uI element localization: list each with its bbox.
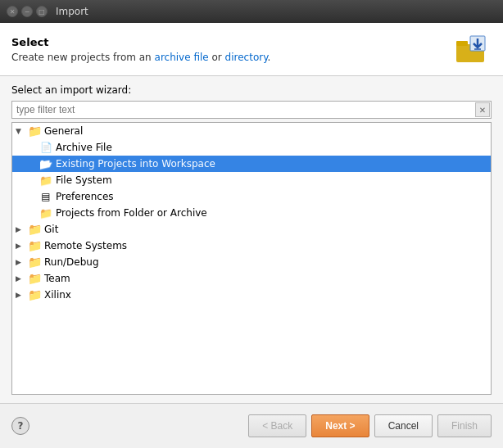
help-button[interactable]: ?	[11, 417, 29, 435]
tree-item-label: Team	[44, 273, 70, 284]
tree-item-label: Existing Projects into Workspace	[56, 158, 215, 170]
footer-right: < Back Next > Cancel Finish	[248, 414, 492, 437]
expand-arrow-icon: ▶	[16, 225, 27, 233]
tree-item-label: Preferences	[56, 191, 114, 202]
category-icon: 📁	[27, 223, 42, 236]
filter-input[interactable]	[12, 102, 474, 118]
tree-item-label: General	[44, 125, 83, 137]
tree-item[interactable]: ▼📁General	[12, 123, 491, 139]
tree-container: ▼📁General📄Archive File📂Existing Projects…	[11, 122, 492, 395]
dialog-header: Select Create new projects from an archi…	[0, 23, 503, 76]
titlebar-buttons[interactable]: ✕ − □	[7, 6, 48, 17]
expand-arrow-icon: ▶	[16, 291, 27, 299]
tree-item[interactable]: 📁Projects from Folder or Archive	[12, 205, 491, 221]
window-title: Import	[56, 6, 88, 17]
minimize-button[interactable]: −	[21, 6, 33, 17]
header-desc-prefix: Create new projects from an	[11, 52, 155, 63]
header-text: Select Create new projects from an archi…	[11, 36, 270, 63]
tree-item[interactable]: ▶📁Run/Debug	[12, 254, 491, 270]
expand-arrow-icon: ▼	[16, 127, 27, 135]
tree-item-label: Run/Debug	[44, 256, 99, 268]
cancel-button[interactable]: Cancel	[374, 414, 433, 437]
folder-icon: 📁	[39, 206, 53, 219]
header-title: Select	[11, 36, 270, 48]
header-icon-area	[452, 33, 492, 66]
folder-icon: 📁	[39, 174, 53, 187]
titlebar: ✕ − □ Import	[0, 0, 503, 23]
category-icon: 📁	[27, 272, 42, 285]
tree-item-label: Xilinx	[44, 289, 71, 301]
filter-row: ✕	[11, 101, 492, 119]
expand-arrow-icon: ▶	[16, 258, 27, 266]
back-button[interactable]: < Back	[248, 414, 306, 437]
tree: ▼📁General📄Archive File📂Existing Projects…	[12, 123, 491, 394]
tree-item[interactable]: ▶📁Remote Systems	[12, 238, 491, 254]
dialog-footer: ? < Back Next > Cancel Finish	[0, 403, 503, 448]
directory-link[interactable]: directory	[225, 52, 268, 63]
import-icon	[455, 34, 488, 64]
next-button[interactable]: Next >	[311, 414, 369, 437]
svg-rect-1	[456, 41, 468, 46]
category-icon: 📁	[27, 256, 42, 269]
tree-item[interactable]: 📂Existing Projects into Workspace	[12, 156, 491, 172]
tree-item[interactable]: ▶📁Xilinx	[12, 287, 491, 303]
maximize-button[interactable]: □	[36, 6, 48, 17]
expand-arrow-icon: ▶	[16, 274, 27, 283]
category-icon: 📁	[27, 239, 42, 252]
category-icon: 📁	[27, 288, 42, 301]
tree-item[interactable]: ▶📁Git	[12, 221, 491, 238]
archive-file-link[interactable]: archive file	[155, 52, 209, 63]
tree-item[interactable]: ▶📁Team	[12, 270, 491, 287]
prefs-icon: ▤	[39, 190, 53, 203]
tree-item-label: Remote Systems	[44, 240, 127, 251]
header-desc-suffix: .	[268, 52, 271, 63]
tree-item-label: File System	[56, 174, 112, 186]
header-description: Create new projects from an archive file…	[11, 52, 270, 63]
dialog-body: Select an import wizard: ✕ ▼📁General📄Arc…	[0, 76, 503, 403]
tree-item[interactable]: 📁File System	[12, 172, 491, 188]
finish-button[interactable]: Finish	[437, 414, 492, 437]
tree-item[interactable]: ▤Preferences	[12, 188, 491, 205]
tree-item[interactable]: 📄Archive File	[12, 139, 491, 156]
footer-left: ?	[11, 417, 29, 435]
header-desc-middle: or	[209, 52, 225, 63]
expand-arrow-icon: ▶	[16, 242, 27, 250]
tree-item-label: Archive File	[56, 142, 112, 153]
projects-icon: 📂	[39, 157, 53, 170]
tree-item-label: Projects from Folder or Archive	[56, 207, 207, 219]
close-button[interactable]: ✕	[7, 6, 18, 17]
tree-item-label: Git	[44, 224, 58, 235]
clear-filter-button[interactable]: ✕	[475, 102, 490, 117]
dialog: Select Create new projects from an archi…	[0, 23, 503, 448]
file-icon: 📄	[39, 141, 53, 154]
wizard-label: Select an import wizard:	[11, 84, 492, 96]
category-icon: 📁	[27, 124, 42, 138]
